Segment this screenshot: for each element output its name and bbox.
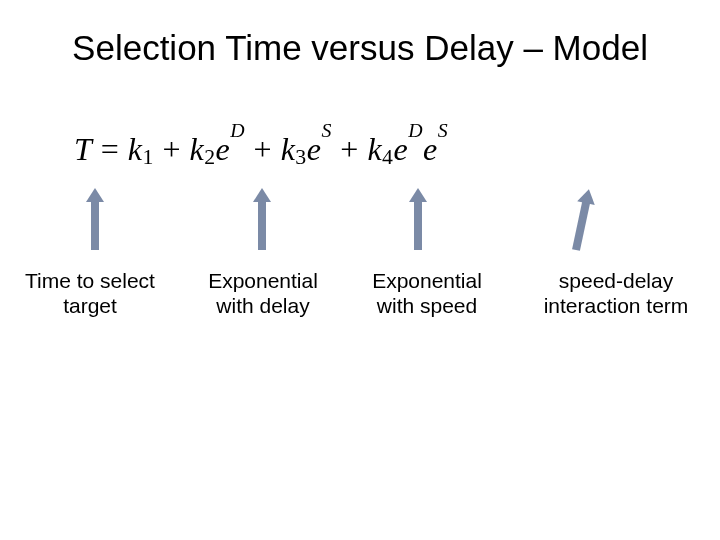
plus-3: + <box>332 131 368 167</box>
k4: k <box>367 131 382 167</box>
e4a: e <box>393 131 408 167</box>
arrow-icon <box>572 200 590 251</box>
arrow-icon <box>258 200 266 250</box>
label-line: with delay <box>216 294 309 317</box>
k1: k <box>128 131 143 167</box>
k4-sub: 4 <box>382 145 393 169</box>
model-equation: T = k1 + k2eD + k3eS + k4eDeS <box>74 130 634 168</box>
e4b-sup: S <box>438 119 448 141</box>
e4b: e <box>423 131 438 167</box>
label-exp-speed: Exponential with speed <box>342 268 512 318</box>
eq-sign: = <box>92 131 128 167</box>
label-line: interaction term <box>544 294 689 317</box>
arrows-layer <box>0 190 720 260</box>
e2-sup: D <box>230 119 245 141</box>
slide-title: Selection Time versus Delay – Model <box>0 28 720 68</box>
k2-sub: 2 <box>204 145 215 169</box>
label-line: target <box>63 294 117 317</box>
k2: k <box>189 131 204 167</box>
k3: k <box>281 131 296 167</box>
k3-sub: 3 <box>295 145 306 169</box>
label-line: with speed <box>377 294 477 317</box>
var-T: T <box>74 131 92 167</box>
label-interaction-term: speed-delay interaction term <box>516 268 716 318</box>
label-time-to-select: Time to select target <box>0 268 180 318</box>
e3-sup: S <box>321 119 331 141</box>
e4a-sup: D <box>408 119 423 141</box>
equation-box: T = k1 + k2eD + k3eS + k4eDeS <box>74 130 634 168</box>
slide: Selection Time versus Delay – Model T = … <box>0 0 720 540</box>
arrow-icon <box>414 200 422 250</box>
label-exp-delay: Exponential with delay <box>178 268 348 318</box>
plus-1: + <box>154 131 190 167</box>
e3: e <box>307 131 322 167</box>
label-line: Time to select <box>25 269 155 292</box>
e2: e <box>216 131 231 167</box>
k1-sub: 1 <box>143 145 154 169</box>
label-line: speed-delay <box>559 269 673 292</box>
label-line: Exponential <box>372 269 482 292</box>
label-line: Exponential <box>208 269 318 292</box>
plus-2: + <box>245 131 281 167</box>
arrow-icon <box>91 200 99 250</box>
